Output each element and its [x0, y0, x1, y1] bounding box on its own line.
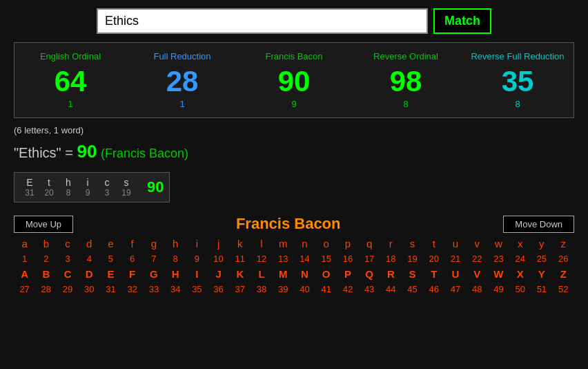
upper-num-cell: 27 — [14, 282, 35, 296]
upper-num-cell: 52 — [552, 282, 574, 296]
letter-num: 8 — [61, 188, 75, 198]
lower-letter-cell: j — [208, 236, 229, 252]
upper-letter-cell: B — [35, 266, 57, 282]
lower-letter-cell: s — [402, 236, 423, 252]
lower-letter-cell: f — [121, 236, 143, 252]
lower-num-cell: 19 — [402, 252, 423, 266]
upper-letter-cell: P — [337, 266, 358, 282]
lower-letter-cell: t — [423, 236, 444, 252]
lower-num-cell: 16 — [337, 252, 358, 266]
lower-letter-cell: b — [35, 236, 57, 252]
upper-letter-cell: O — [315, 266, 337, 282]
upper-letter-cell: R — [380, 266, 402, 282]
cipher-value-rfull: 35 — [462, 67, 574, 96]
cipher-label-english: English Ordinal — [14, 51, 126, 62]
upper-num-cell: 41 — [315, 282, 337, 296]
lower-letter-cell: v — [467, 236, 488, 252]
upper-letter-cell: Q — [359, 266, 380, 282]
upper-num-cell: 36 — [208, 282, 229, 296]
upper-letter-cell: K — [229, 266, 251, 282]
lower-letter-cell: g — [143, 236, 164, 252]
equation-cipher: (Francis Bacon) — [101, 146, 188, 160]
lower-letter-cell: u — [444, 236, 466, 252]
lower-num-cell: 10 — [208, 252, 229, 266]
search-input[interactable] — [97, 8, 428, 34]
letter-breakdown: E 31 t 20 h 8 i 9 c 3 s 19 90 — [14, 172, 170, 202]
upper-num-cell: 38 — [251, 282, 272, 296]
lower-letter-cell: r — [380, 236, 402, 252]
lower-num-cell: 2 — [35, 252, 57, 266]
upper-num-cell: 47 — [444, 282, 466, 296]
cipher-col-reverse: Reverse Ordinal 98 8 — [350, 51, 462, 109]
upper-num-cell: 51 — [531, 282, 552, 296]
lower-num-cell: 14 — [294, 252, 315, 266]
upper-num-cell: 34 — [165, 282, 186, 296]
upper-letter-cell: E — [100, 266, 121, 282]
lower-num-cell: 24 — [509, 252, 531, 266]
letter-char: h — [61, 177, 75, 188]
cipher-value-full: 28 — [126, 67, 238, 96]
upper-letter-cell: G — [143, 266, 164, 282]
move-up-button[interactable]: Move Up — [14, 216, 73, 233]
upper-num-cell: 39 — [273, 282, 294, 296]
lower-num-cell: 25 — [531, 252, 552, 266]
lower-letter-cell: h — [165, 236, 186, 252]
lower-num-cell: 15 — [315, 252, 337, 266]
upper-letter-cell: X — [509, 266, 531, 282]
lower-num-cell: 13 — [273, 252, 294, 266]
lower-num-cell: 6 — [121, 252, 143, 266]
lower-letter-cell: l — [251, 236, 272, 252]
cipher-label-rfull: Reverse Full Reduction — [462, 51, 574, 62]
letter-cell: c 3 — [97, 176, 117, 199]
letter-char: c — [100, 177, 114, 188]
lower-num-cell: 5 — [100, 252, 121, 266]
lower-num-cell: 4 — [79, 252, 100, 266]
cipher-col-english: English Ordinal 64 1 — [14, 51, 126, 109]
lower-letter-cell: d — [79, 236, 100, 252]
upper-num-cell: 29 — [57, 282, 78, 296]
upper-letter-cell: N — [294, 266, 315, 282]
cipher-sub-rfull: 8 — [462, 99, 574, 109]
upper-num-cell: 45 — [402, 282, 423, 296]
lower-letter-cell: m — [273, 236, 294, 252]
upper-letter-cell: T — [423, 266, 444, 282]
lower-num-cell: 9 — [186, 252, 208, 266]
lower-letter-cell: i — [186, 236, 208, 252]
cipher-title: Francis Bacon — [236, 215, 341, 233]
upper-num-cell: 35 — [186, 282, 208, 296]
letter-char: t — [42, 177, 56, 188]
upper-letter-cell: S — [402, 266, 423, 282]
upper-num-cell: 42 — [337, 282, 358, 296]
lower-num-cell: 11 — [229, 252, 251, 266]
cipher-col-bacon: Francis Bacon 90 9 — [238, 51, 350, 109]
upper-num-cell: 32 — [121, 282, 143, 296]
letter-cell: E 31 — [20, 176, 39, 199]
lower-num-cell: 18 — [380, 252, 402, 266]
move-down-button[interactable]: Move Down — [503, 216, 574, 233]
lower-num-cell: 12 — [251, 252, 272, 266]
lower-num-cell: 20 — [423, 252, 444, 266]
lower-letter-cell: n — [294, 236, 315, 252]
upper-letter-cell: I — [186, 266, 208, 282]
upper-num-cell: 46 — [423, 282, 444, 296]
cipher-col-rfull: Reverse Full Reduction 35 8 — [462, 51, 574, 109]
cipher-section: Move Up Francis Bacon Move Down abcdefgh… — [14, 215, 574, 296]
cipher-header: Move Up Francis Bacon Move Down — [14, 215, 574, 233]
match-button[interactable]: Match — [433, 8, 491, 34]
lower-letter-cell: k — [229, 236, 251, 252]
lower-num-cell: 17 — [359, 252, 380, 266]
lower-num-cell: 7 — [143, 252, 164, 266]
info-line: (6 letters, 1 word) — [0, 118, 588, 138]
letters-word-label: (6 letters, 1 word) — [14, 125, 84, 135]
cipher-sub-reverse: 8 — [350, 99, 462, 109]
lower-letter-cell: z — [552, 236, 574, 252]
lower-letter-cell: w — [488, 236, 509, 252]
lower-letters-row: abcdefghijklmnopqrstuvwxyz — [14, 236, 574, 252]
cipher-value-bacon: 90 — [238, 67, 350, 96]
results-box: English Ordinal 64 1 Full Reduction 28 1… — [14, 42, 574, 118]
cipher-label-reverse: Reverse Ordinal — [350, 51, 462, 62]
upper-num-cell: 44 — [380, 282, 402, 296]
lower-letter-cell: a — [14, 236, 35, 252]
cipher-label-full: Full Reduction — [126, 51, 238, 62]
lower-letter-cell: q — [359, 236, 380, 252]
